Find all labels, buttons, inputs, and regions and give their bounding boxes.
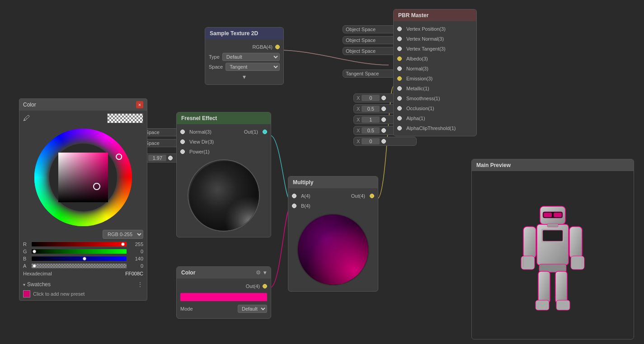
metallic-input[interactable] <box>362 95 380 101</box>
fresnel-normal-label: Normal(3) <box>189 129 212 135</box>
occlusion-input[interactable] <box>362 116 380 123</box>
b-slider-row: B 140 <box>19 255 147 262</box>
pbr-occlusion-label: Occlusion(1) <box>406 106 434 111</box>
fresnel-power-out-port[interactable] <box>168 156 173 160</box>
svg-rect-16 <box>536 300 549 310</box>
multiply-out-port[interactable] <box>370 194 374 198</box>
g-slider-track <box>31 249 127 254</box>
fresnel-power-input[interactable] <box>148 155 166 161</box>
g-label: G <box>23 249 28 254</box>
color-panel-header: Color × <box>19 99 147 111</box>
pbr-alpha-in-port[interactable] <box>397 116 402 121</box>
pbr-metallic-in-port[interactable] <box>397 86 402 91</box>
metallic-out-port[interactable] <box>381 96 386 100</box>
r-slider-row: R 255 <box>19 241 147 248</box>
fresnel-power-label: Power(1) <box>189 149 210 154</box>
hex-row: Hexadecimal FF008C <box>19 270 147 278</box>
fresnel-title: Fresnel Effect <box>181 115 217 121</box>
pbr-vertnorm-in-port[interactable] <box>397 37 402 41</box>
alphaclip-input[interactable] <box>362 138 380 144</box>
svg-rect-13 <box>571 256 584 270</box>
color-node-chevron-icon[interactable]: ▾ <box>263 270 266 276</box>
pbr-header: PBR Master <box>394 9 476 21</box>
fresnel-header: Fresnel Effect <box>177 112 271 124</box>
svg-rect-18 <box>556 300 570 310</box>
occlusion-out-port[interactable] <box>381 117 386 122</box>
b-value: 140 <box>130 256 143 261</box>
r-slider-thumb[interactable] <box>121 242 125 246</box>
svg-rect-7 <box>544 213 552 217</box>
a-slider-thumb[interactable] <box>33 264 36 268</box>
fresnel-viewdir-in-port[interactable] <box>180 139 185 144</box>
r-label: R <box>23 242 28 247</box>
pbr-occlusion-in-port[interactable] <box>397 106 402 111</box>
swatches-more-icon[interactable]: ⋮ <box>137 281 143 288</box>
swatches-collapse-icon[interactable]: ▾ <box>23 282 25 287</box>
fresnel-effect-node: Fresnel Effect Normal(3) Out(1) View Dir… <box>176 112 271 237</box>
pbr-alpha-label: Alpha(1) <box>406 116 425 121</box>
fresnel-out-port[interactable] <box>263 130 267 134</box>
eyedropper-icon[interactable]: 🖊 <box>23 114 30 122</box>
pbr-normal-in-port[interactable] <box>397 66 402 71</box>
pbr-vertpos-label: Vertex Position(3) <box>406 26 446 32</box>
pbr-emission-in-port[interactable] <box>397 76 402 81</box>
fresnel-power-in-port[interactable] <box>180 149 185 154</box>
sample-texture-header: Sample Texture 2D <box>205 28 283 39</box>
add-preset-swatch <box>23 290 30 298</box>
color-node-header: Color ⚙ ▾ <box>177 267 271 279</box>
smoothness-out-port[interactable] <box>381 107 386 111</box>
space-select[interactable]: Tangent <box>226 63 280 71</box>
color-wheel[interactable] <box>33 128 133 227</box>
pbr-smoothness-in-port[interactable] <box>397 96 402 101</box>
pbr-albedo-label: Albedo(3) <box>406 56 428 61</box>
pbr-albedo-in-port[interactable] <box>397 56 402 61</box>
pbr-alphaclip-in-port[interactable] <box>397 126 402 130</box>
multiply-title: Multiply <box>293 179 313 186</box>
color-node-gear-icon[interactable]: ⚙ <box>256 270 261 276</box>
alphaclip-val-node: X <box>353 137 417 146</box>
svg-rect-11 <box>521 256 535 270</box>
sample-texture-title: Sample Texture 2D <box>210 30 258 37</box>
color-out-port[interactable] <box>263 284 267 288</box>
main-preview-header: Main Preview <box>472 159 634 171</box>
type-label: Type <box>209 54 220 60</box>
r-value: 255 <box>130 242 143 247</box>
object-space-2-label: Object Space <box>346 37 395 43</box>
object-space-1-label: Object Space <box>346 27 395 32</box>
multiply-node: Multiply A(4) Out(4) B(4) <box>288 176 378 292</box>
main-preview-panel: Main Preview <box>471 159 634 339</box>
color-panel-close-button[interactable]: × <box>136 101 143 108</box>
pbr-alphaclip-label: AlphaClipThreshold(1) <box>406 126 456 131</box>
rgba-label: RGBA(4) <box>252 44 273 50</box>
type-select[interactable]: Default <box>222 53 280 61</box>
color-mode-selector[interactable]: RGB 0-255 HSV <box>103 230 143 239</box>
add-preset-row[interactable]: Click to add new preset <box>23 289 143 298</box>
pbr-vertpos-in-port[interactable] <box>397 27 402 31</box>
multiply-b-in-port[interactable] <box>292 204 296 208</box>
fresnel-preview-sphere <box>188 159 260 232</box>
pbr-title: PBR Master <box>398 12 428 19</box>
a-value: 0 <box>130 263 143 269</box>
svg-point-1 <box>189 161 260 232</box>
alpha-out-port[interactable] <box>381 128 386 133</box>
fresnel-out-label: Out(1) <box>244 129 258 135</box>
pbr-master-node: PBR Master Vertex Position(3) Vertex Nor… <box>393 9 477 136</box>
hex-label: Hexadecimal <box>23 271 52 276</box>
g-slider-thumb[interactable] <box>33 250 36 253</box>
alphaclip-out-port[interactable] <box>381 139 386 144</box>
color-bar <box>180 293 267 301</box>
fresnel-normal-in-port[interactable] <box>180 130 185 134</box>
rgba-out-port[interactable] <box>275 45 280 49</box>
fresnel-viewdir-label: View Dir(3) <box>189 139 214 144</box>
mode-row: RGB 0-255 HSV <box>19 229 147 241</box>
b-slider-thumb[interactable] <box>83 257 86 260</box>
g-slider-row: G 0 <box>19 248 147 255</box>
multiply-a-in-port[interactable] <box>292 194 296 198</box>
svg-rect-12 <box>569 227 582 258</box>
color-out-label: Out(4) <box>246 284 260 289</box>
smoothness-input[interactable] <box>362 106 380 112</box>
color-mode-select[interactable]: Default <box>238 305 267 313</box>
expand-icon[interactable]: ▾ <box>243 73 246 80</box>
alpha-input[interactable] <box>362 127 380 134</box>
pbr-verttang-in-port[interactable] <box>397 46 402 51</box>
